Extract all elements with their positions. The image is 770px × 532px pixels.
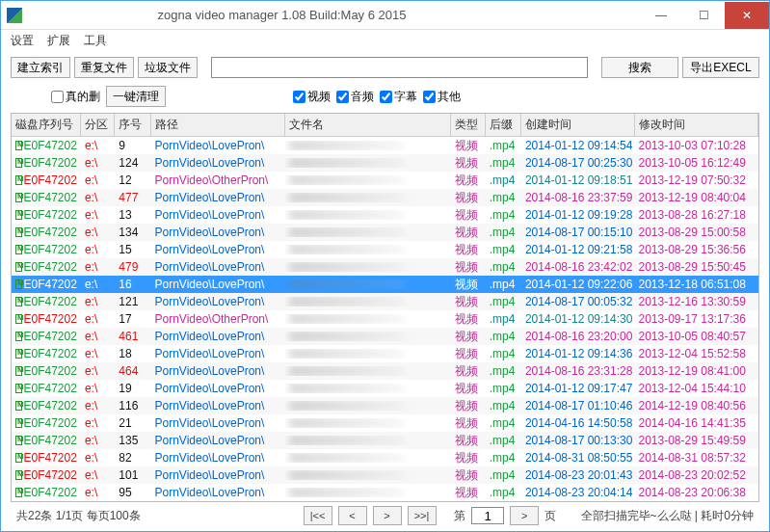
cell-filename-blurred bbox=[285, 384, 451, 393]
cell: e:\ bbox=[81, 191, 115, 204]
table-row[interactable]: E0F47202e:\18PornVideo\LovePron\视频.mp420… bbox=[12, 345, 758, 362]
table-row[interactable]: E0F47202e:\19PornVideo\LovePron\视频.mp420… bbox=[12, 380, 758, 397]
table-row[interactable]: E0F47202e:\479PornVideo\LovePron\视频.mp42… bbox=[12, 258, 758, 276]
cell: .mp4 bbox=[486, 382, 521, 395]
cell: e:\ bbox=[81, 468, 115, 482]
search-button[interactable]: 搜索 bbox=[601, 57, 678, 78]
cell-filename-blurred bbox=[285, 401, 451, 411]
table-row[interactable]: E0F47202e:\13PornVideo\LovePron\视频.mp420… bbox=[12, 206, 758, 224]
table-row[interactable]: E0F47202e:\116PornVideo\LovePron\视频.mp42… bbox=[12, 397, 758, 414]
cell: 2014-01-12 09:19:28 bbox=[521, 208, 635, 222]
cell-filename-blurred bbox=[285, 193, 451, 202]
cell: E0F47202 bbox=[12, 243, 81, 256]
cell: 2014-01-12 09:21:58 bbox=[521, 243, 635, 256]
maximize-button[interactable]: ☐ bbox=[682, 2, 725, 29]
col-mtime[interactable]: 修改时间 bbox=[635, 114, 758, 136]
cell-filename-blurred bbox=[285, 141, 451, 150]
table-row[interactable]: E0F47202e:\9PornVideo\LovePron\视频.mp4201… bbox=[12, 137, 758, 154]
filter-other-checkbox[interactable] bbox=[423, 91, 436, 103]
filter-other[interactable]: 其他 bbox=[423, 89, 461, 105]
table-row[interactable]: E0F47202e:\135PornVideo\LovePron\视频.mp42… bbox=[12, 432, 758, 449]
title-bar: zogna video manager 1.08 Build:May 6 201… bbox=[1, 1, 769, 30]
close-button[interactable]: ✕ bbox=[725, 2, 769, 29]
table-row[interactable]: E0F47202e:\461PornVideo\LovePron\视频.mp42… bbox=[12, 328, 758, 345]
table-row[interactable]: E0F47202e:\16PornVideo\LovePron\视频.mp420… bbox=[12, 276, 758, 293]
cell: .mp4 bbox=[486, 260, 521, 274]
table-row[interactable]: E0F47202e:\121PornVideo\LovePron\视频.mp42… bbox=[12, 293, 758, 310]
filter-subtitle[interactable]: 字幕 bbox=[380, 89, 417, 105]
cell: E0F47202 bbox=[12, 486, 81, 499]
table-row[interactable]: E0F47202e:\134PornVideo\LovePron\视频.mp42… bbox=[12, 224, 758, 241]
col-type[interactable]: 类型 bbox=[451, 114, 485, 136]
export-excel-button[interactable]: 导出EXECL bbox=[682, 57, 759, 78]
table-row[interactable]: E0F47202e:\464PornVideo\LovePron\视频.mp42… bbox=[12, 362, 758, 380]
cell: E0F47202 bbox=[12, 226, 81, 239]
video-file-icon bbox=[15, 401, 22, 411]
cell: e:\ bbox=[81, 399, 115, 412]
build-index-button[interactable]: 建立索引 bbox=[11, 57, 70, 78]
filter-subtitle-checkbox[interactable] bbox=[380, 91, 392, 103]
cell: 视频 bbox=[451, 294, 485, 310]
cell: 461 bbox=[115, 330, 150, 343]
page-input[interactable] bbox=[471, 507, 504, 524]
video-file-icon bbox=[15, 210, 22, 220]
col-path[interactable]: 路径 bbox=[151, 114, 285, 136]
table-row[interactable]: E0F47202e:\95PornVideo\LovePron\视频.mp420… bbox=[12, 484, 758, 501]
dup-files-button[interactable]: 重复文件 bbox=[74, 57, 134, 78]
minimize-button[interactable]: — bbox=[640, 2, 682, 29]
cell: 12 bbox=[115, 173, 150, 187]
pager: 共22条 1/1页 每页100条 |<< < > >>| 第 > 页 全部扫描完… bbox=[11, 502, 759, 527]
col-ext[interactable]: 后缀 bbox=[486, 114, 521, 136]
pager-go-button[interactable]: > bbox=[510, 506, 539, 525]
video-file-icon bbox=[15, 418, 22, 428]
cell: e:\ bbox=[81, 486, 115, 499]
col-part[interactable]: 分区 bbox=[81, 114, 115, 136]
table-row[interactable]: E0F47202e:\477PornVideo\LovePron\视频.mp42… bbox=[12, 189, 758, 206]
pager-prev-button[interactable]: < bbox=[338, 506, 367, 525]
cell: 2014-08-17 00:05:32 bbox=[521, 295, 635, 308]
video-file-icon bbox=[15, 314, 22, 324]
cell: 2013-12-19 07:50:32 bbox=[635, 173, 759, 187]
table-row[interactable]: E0F47202e:\124PornVideo\LovePron\视频.mp42… bbox=[12, 154, 758, 172]
cell: 2014-01-12 09:17:47 bbox=[521, 382, 635, 395]
table-row[interactable]: E0F47202e:\15PornVideo\LovePron\视频.mp420… bbox=[12, 241, 758, 258]
cell: 视频 bbox=[451, 398, 485, 414]
trash-files-button[interactable]: 垃圾文件 bbox=[138, 57, 198, 78]
cell: PornVideo\LovePron\ bbox=[151, 156, 285, 170]
table-row[interactable]: E0F47202e:\21PornVideo\LovePron\视频.mp420… bbox=[12, 414, 758, 432]
search-input[interactable] bbox=[211, 57, 588, 78]
col-seq[interactable]: 序号 bbox=[115, 114, 150, 136]
filter-video-checkbox[interactable] bbox=[293, 91, 305, 103]
grid-body[interactable]: E0F47202e:\9PornVideo\LovePron\视频.mp4201… bbox=[12, 137, 758, 501]
cell: 2013-12-19 08:41:00 bbox=[635, 364, 759, 378]
col-disk-sn[interactable]: 磁盘序列号 bbox=[12, 114, 81, 136]
pager-next-button[interactable]: > bbox=[373, 506, 402, 525]
cell: .mp4 bbox=[486, 226, 521, 239]
video-file-icon bbox=[15, 366, 22, 376]
cell: PornVideo\LovePron\ bbox=[151, 243, 285, 256]
table-row[interactable]: E0F47202e:\12PornVideo\OtherPron\视频.mp42… bbox=[12, 172, 758, 189]
pager-first-button[interactable]: |<< bbox=[304, 506, 332, 525]
cell: E0F47202 bbox=[12, 382, 81, 395]
real-delete-check[interactable]: 真的删 bbox=[51, 89, 100, 105]
video-file-icon bbox=[15, 332, 22, 341]
real-delete-checkbox[interactable] bbox=[51, 91, 64, 103]
cell: 2014-08-17 00:13:30 bbox=[521, 434, 635, 447]
table-row[interactable]: E0F47202e:\82PornVideo\LovePron\视频.mp420… bbox=[12, 449, 758, 466]
menu-ext[interactable]: 扩展 bbox=[47, 33, 70, 49]
pager-last-button[interactable]: >>| bbox=[408, 506, 437, 525]
cell: E0F47202 bbox=[12, 468, 81, 482]
filter-audio-checkbox[interactable] bbox=[336, 91, 349, 103]
col-filename[interactable]: 文件名 bbox=[285, 114, 451, 136]
one-click-clean-button[interactable]: 一键清理 bbox=[106, 86, 166, 107]
table-row[interactable]: E0F47202e:\17PornVideo\OtherPron\视频.mp42… bbox=[12, 310, 758, 328]
menu-settings[interactable]: 设置 bbox=[11, 33, 34, 49]
cell: .mp4 bbox=[486, 278, 521, 291]
menu-tools[interactable]: 工具 bbox=[84, 33, 107, 49]
table-row[interactable]: E0F47202e:\101PornVideo\LovePron\视频.mp42… bbox=[12, 466, 758, 484]
cell: 2013-10-03 07:10:28 bbox=[635, 139, 759, 152]
filter-video[interactable]: 视频 bbox=[293, 89, 331, 105]
col-ctime[interactable]: 创建时间 bbox=[521, 114, 635, 136]
filter-audio[interactable]: 音频 bbox=[336, 89, 374, 105]
cell: 2014-08-16 23:37:59 bbox=[521, 191, 635, 204]
